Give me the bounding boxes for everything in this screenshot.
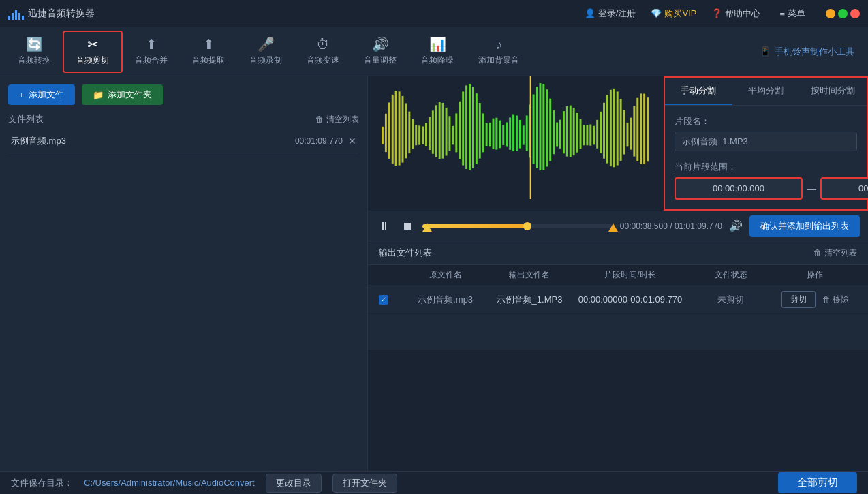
login-btn[interactable]: 👤 登录/注册: [580, 5, 640, 22]
help-icon: ❓: [711, 8, 722, 18]
title-right: 👤 登录/注册 💎 购买VIP ❓ 帮助中心 ≡ 菜单 — □ ✕: [580, 5, 860, 22]
col-orig-header: 原文件名: [403, 269, 487, 281]
audio-merge-icon: ⬆: [146, 37, 157, 51]
tool-audio-cut[interactable]: ✂ 音频剪切: [63, 31, 123, 73]
range-end-input[interactable]: [820, 177, 868, 200]
tool-audio-record[interactable]: 🎤 音频录制: [237, 32, 294, 72]
waveform-canvas: [368, 76, 664, 199]
tool-audio-extract[interactable]: ⬆ 音频提取: [180, 32, 237, 72]
file-list-item[interactable]: 示例音频.mp3 00:01:09.770 ✕: [8, 129, 359, 153]
progress-bar[interactable]: [422, 224, 613, 228]
output-header: 输出文件列表 🗑 清空列表: [368, 241, 868, 265]
app-title: 迅捷音频转换器: [28, 7, 95, 20]
app-logo: 迅捷音频转换器: [8, 7, 95, 20]
tab-time-split[interactable]: 按时间分割: [799, 78, 867, 105]
range-start-input[interactable]: [675, 177, 803, 200]
row-action: 剪切 🗑 移除: [773, 291, 857, 308]
row-out-name: 示例音频_1.MP3: [487, 294, 571, 306]
maximize-btn[interactable]: □: [838, 9, 848, 18]
phone-icon: 📱: [760, 46, 771, 57]
progress-thumb[interactable]: [523, 222, 531, 230]
audio-cut-icon: ✂: [87, 37, 99, 51]
phone-ring-btn[interactable]: 📱 手机铃声制作小工具: [751, 42, 863, 62]
row-remove-btn[interactable]: 🗑 移除: [822, 294, 849, 305]
audio-volume-icon: 🔊: [372, 37, 389, 51]
tool-audio-bgm-label: 添加背景音: [478, 55, 519, 66]
file-list-header: 文件列表 🗑 清空列表: [0, 110, 367, 129]
tool-audio-volume[interactable]: 🔊 音量调整: [352, 32, 409, 72]
right-controls: 手动分割 平均分割 按时间分割 片段名： 当前片段范围： —: [368, 76, 868, 211]
vip-btn[interactable]: 💎 购买VIP: [651, 7, 696, 20]
left-panel: + 添加文件 📁 添加文件夹 文件列表 🗑 清空列表 示例音频.mp3 00:0…: [0, 76, 368, 471]
output-trash-icon: 🗑: [813, 248, 822, 258]
file-list: 示例音频.mp3 00:01:09.770 ✕: [0, 129, 367, 471]
start-marker[interactable]: [422, 223, 432, 232]
col-time-header: 片段时间/时长: [572, 269, 689, 281]
tool-audio-convert[interactable]: 🔄 音频转换: [5, 32, 63, 72]
audio-extract-icon: ⬆: [203, 37, 215, 51]
audio-bgm-icon: ♪: [495, 37, 502, 51]
open-folder-btn[interactable]: 打开文件夹: [332, 474, 397, 493]
window-controls: — □ ✕: [826, 9, 860, 18]
tool-audio-record-label: 音频录制: [249, 55, 282, 66]
tool-audio-speed-label: 音频变速: [307, 55, 339, 66]
add-file-btn[interactable]: + 添加文件: [8, 84, 75, 105]
change-dir-btn[interactable]: 更改目录: [266, 474, 322, 493]
output-clear-btn[interactable]: 🗑 清空列表: [813, 247, 857, 259]
confirm-add-btn[interactable]: 确认并添加到输出列表: [749, 215, 860, 237]
vip-icon: 💎: [651, 8, 662, 18]
file-name: 示例音频.mp3: [11, 135, 66, 147]
col-action-header: 操作: [773, 269, 857, 281]
menu-btn[interactable]: ≡ 菜单: [775, 5, 809, 22]
tool-audio-bgm[interactable]: ♪ 添加背景音: [466, 32, 531, 72]
tool-audio-denoise[interactable]: 📊 音频降噪: [409, 32, 466, 72]
total-time: 01:01:09.770: [675, 221, 722, 231]
minimize-btn[interactable]: —: [826, 9, 835, 18]
volume-icon[interactable]: 🔊: [729, 219, 743, 232]
split-content: 片段名： 当前片段范围： —: [665, 106, 867, 209]
tool-audio-extract-label: 音频提取: [192, 55, 225, 66]
add-folder-icon: 📁: [93, 90, 104, 100]
add-buttons: + 添加文件 📁 添加文件夹: [0, 76, 367, 110]
pause-btn[interactable]: ⏸: [376, 217, 392, 235]
add-folder-btn[interactable]: 📁 添加文件夹: [82, 84, 163, 105]
add-file-icon: +: [19, 90, 25, 100]
stop-btn[interactable]: ⏹: [399, 217, 416, 235]
person-icon: 👤: [585, 8, 595, 18]
row-checkbox[interactable]: [379, 295, 388, 305]
close-btn[interactable]: ✕: [850, 9, 860, 18]
bars-icon: [8, 7, 24, 20]
col-status-header: 文件状态: [689, 269, 773, 281]
add-file-label: 添加文件: [29, 89, 64, 101]
tool-audio-merge[interactable]: ⬆ 音频合并: [123, 32, 180, 72]
tab-average-split[interactable]: 平均分割: [732, 78, 800, 105]
clear-list-btn[interactable]: 🗑 清空列表: [315, 114, 359, 125]
tool-audio-speed[interactable]: ⏱ 音频变速: [294, 32, 352, 72]
waveform-area: [368, 76, 664, 211]
tool-audio-volume-label: 音量调整: [364, 55, 397, 66]
current-time: 00:00:38.500: [620, 221, 668, 231]
file-close-btn[interactable]: ✕: [348, 136, 356, 146]
audio-convert-icon: 🔄: [26, 37, 43, 51]
file-list-title: 文件列表: [8, 113, 44, 125]
footer-path: C:/Users/Administrator/Music/AudioConver…: [84, 478, 255, 488]
tab-manual-split[interactable]: 手动分割: [665, 78, 732, 105]
footer: 文件保存目录： C:/Users/Administrator/Music/Aud…: [0, 471, 868, 494]
segment-name-input[interactable]: [675, 132, 857, 151]
tool-audio-cut-label: 音频剪切: [76, 55, 109, 66]
row-cut-btn[interactable]: 剪切: [781, 291, 816, 308]
trash-icon: 🗑: [315, 114, 324, 124]
col-out-header: 输出文件名: [487, 269, 571, 281]
tool-audio-merge-label: 音频合并: [135, 55, 168, 66]
range-label: 当前片段范围：: [675, 161, 857, 173]
cut-all-btn[interactable]: 全部剪切: [778, 472, 857, 493]
main-area: + 添加文件 📁 添加文件夹 文件列表 🗑 清空列表 示例音频.mp3 00:0…: [0, 76, 868, 471]
remove-icon: 🗑: [822, 295, 831, 305]
output-section: 输出文件列表 🗑 清空列表 原文件名 输出文件名 片段时间/时长 文件状态 操作: [368, 241, 868, 350]
end-marker[interactable]: [608, 223, 618, 232]
audio-denoise-icon: 📊: [429, 37, 446, 51]
phone-ring-label: 手机铃声制作小工具: [775, 46, 854, 58]
title-bar: 迅捷音频转换器 👤 登录/注册 💎 购买VIP ❓ 帮助中心 ≡ 菜单 — □ …: [0, 0, 868, 27]
help-btn[interactable]: ❓ 帮助中心: [707, 5, 764, 22]
table-row: 示例音频.mp3 示例音频_1.MP3 00:00:00000-00:01:09…: [368, 285, 868, 314]
